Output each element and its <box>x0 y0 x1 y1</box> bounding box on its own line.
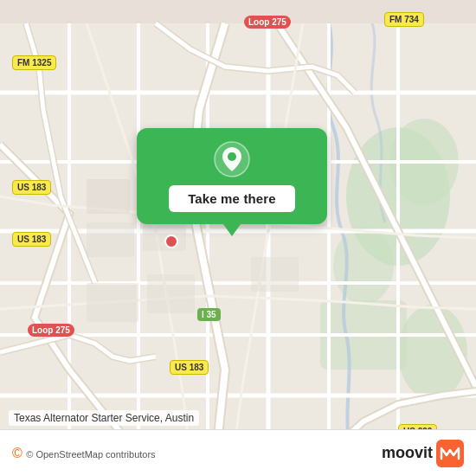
road-label-us183-left2: US 183 <box>12 232 51 247</box>
moovit-logo-icon <box>436 440 464 467</box>
location-card: Take me there <box>137 128 327 224</box>
pin-icon <box>213 140 251 178</box>
svg-point-26 <box>165 235 177 248</box>
attribution: © © OpenStreetMap contributors <box>12 446 156 461</box>
road-label-i35: I 35 <box>197 308 221 321</box>
svg-rect-24 <box>87 283 138 322</box>
bottom-bar: © © OpenStreetMap contributors moovit <box>0 429 476 476</box>
road-label-loop275-top: Loop 275 <box>244 16 291 29</box>
brand-name: moovit <box>382 444 433 462</box>
svg-point-28 <box>228 152 236 161</box>
map-background <box>0 0 476 476</box>
svg-rect-25 <box>147 274 195 313</box>
take-me-there-button[interactable]: Take me there <box>169 185 295 212</box>
road-label-us183-bottom: US 183 <box>170 360 209 375</box>
road-label-fm1325: FM 1325 <box>12 55 56 70</box>
road-label-fm734: FM 734 <box>384 12 424 27</box>
copyright-symbol: © <box>12 446 23 460</box>
svg-rect-18 <box>87 179 130 214</box>
svg-rect-21 <box>87 222 134 257</box>
attribution-text: © OpenStreetMap contributors <box>26 449 155 460</box>
app-brand: moovit <box>382 440 464 467</box>
location-name: Texas Alternator Starter Service, Austin <box>9 410 199 426</box>
svg-point-3 <box>333 227 394 305</box>
road-label-us183-left: US 183 <box>12 180 51 195</box>
map-container: FM 734 Loop 275 FM 1325 US 183 US 183 I … <box>0 0 476 476</box>
road-label-loop275-bottom: Loop 275 <box>28 324 74 337</box>
svg-rect-23 <box>251 257 299 292</box>
